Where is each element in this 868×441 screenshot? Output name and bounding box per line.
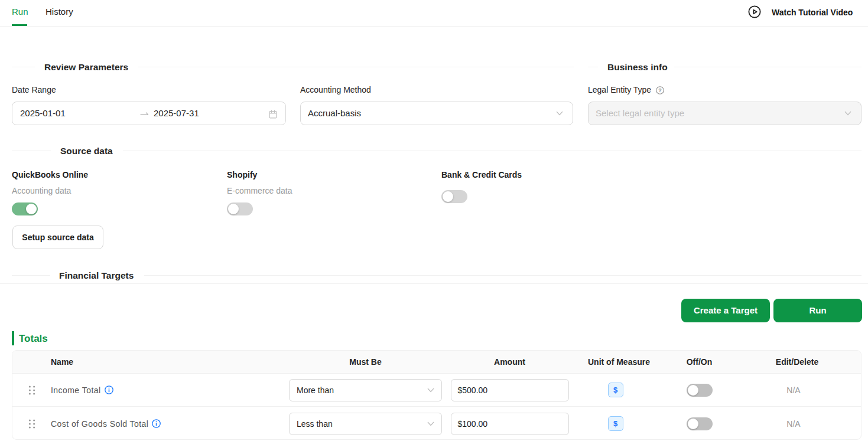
svg-text:?: ? — [658, 87, 662, 93]
